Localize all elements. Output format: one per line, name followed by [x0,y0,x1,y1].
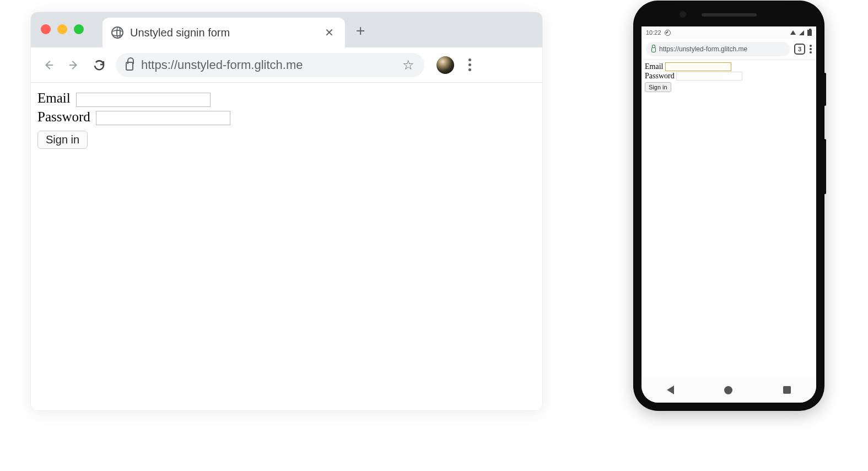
desktop-browser-window: Unstyled signin form ✕ + https://unstyle… [31,12,542,410]
browser-toolbar: https://unstyled-form.glitch.me ☆ [31,47,542,83]
phone-signin-button[interactable]: Sign in [645,82,671,92]
phone-email-input[interactable] [665,62,731,71]
lock-icon [126,62,133,71]
password-label: Password [37,109,90,124]
email-input[interactable] [76,93,211,107]
do-not-disturb-icon [665,30,671,36]
bookmark-star-icon[interactable]: ☆ [402,57,414,73]
phone-page-content: Email Password Sign in [641,60,816,377]
signin-button[interactable]: Sign in [37,131,88,149]
android-recent-button[interactable] [783,386,791,394]
window-close-button[interactable] [41,24,51,34]
new-tab-button[interactable]: + [356,22,365,40]
battery-icon [807,30,812,36]
window-controls [41,24,84,34]
address-bar[interactable]: https://unstyled-form.glitch.me ☆ [116,53,424,77]
back-button[interactable] [40,56,57,74]
android-home-button[interactable] [724,386,732,394]
phone-password-label: Password [645,72,675,80]
password-input[interactable] [96,111,230,125]
password-row: Password [37,109,536,126]
signal-icon [799,30,804,35]
phone-email-row: Email [645,62,813,71]
android-nav-bar [641,377,816,403]
phone-device-frame: 10:22 https://unstyled-form.glitch.me 3 … [634,1,824,410]
reload-button[interactable] [90,56,108,74]
phone-camera [680,11,686,18]
phone-menu-button[interactable] [810,45,812,53]
page-content: Email Password Sign in [31,83,542,157]
email-label: Email [37,90,71,105]
phone-address-bar[interactable]: https://unstyled-form.glitch.me [646,42,790,56]
browser-menu-button[interactable] [468,58,471,71]
window-minimize-button[interactable] [57,24,67,34]
globe-icon [111,26,123,39]
phone-tab-count: 3 [798,46,801,52]
wifi-icon [790,30,796,35]
forward-button[interactable] [65,56,83,74]
profile-avatar[interactable] [436,56,454,74]
phone-screen: 10:22 https://unstyled-form.glitch.me 3 … [641,26,816,403]
android-back-button[interactable] [667,386,674,394]
phone-email-label: Email [645,62,663,71]
phone-tab-switcher[interactable]: 3 [794,44,805,55]
status-time: 10:22 [646,29,661,36]
phone-password-row: Password [645,72,813,81]
phone-url-text: https://unstyled-form.glitch.me [659,45,747,53]
phone-password-input[interactable] [676,72,742,81]
tab-strip: Unstyled signin form ✕ + [31,12,542,47]
lock-icon [651,47,656,52]
phone-power-button [824,139,826,194]
browser-tab[interactable]: Unstyled signin form ✕ [103,18,345,47]
phone-speaker [702,13,757,17]
url-text: https://unstyled-form.glitch.me [141,58,303,72]
tab-title: Unstyled signin form [130,26,316,39]
email-row: Email [37,90,536,107]
phone-status-bar: 10:22 [641,26,816,39]
window-maximize-button[interactable] [74,24,84,34]
phone-side-button [824,73,826,106]
phone-url-bar: https://unstyled-form.glitch.me 3 [641,39,816,60]
close-tab-icon[interactable]: ✕ [322,26,336,39]
